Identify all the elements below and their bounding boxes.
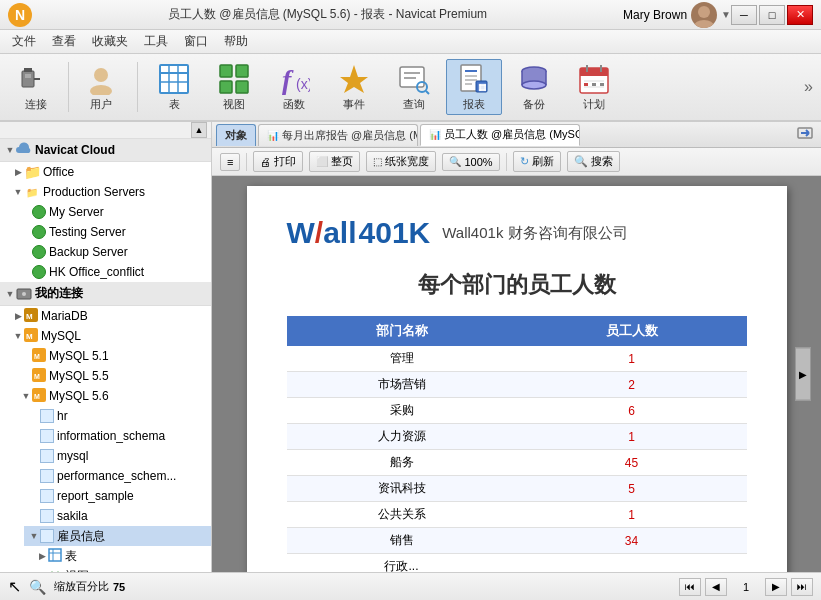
- my-server-status-icon: [32, 205, 46, 219]
- refresh-button[interactable]: ↻ 刷新: [513, 151, 561, 172]
- sidebar-item-report-sample[interactable]: report_sample: [24, 486, 211, 506]
- hr-arrow: [28, 408, 40, 424]
- menu-window[interactable]: 窗口: [176, 31, 216, 52]
- sidebar-item-production-servers[interactable]: ▼ 📁 Production Servers: [8, 182, 211, 202]
- search-button[interactable]: 🔍 搜索: [567, 151, 620, 172]
- cursor-tool-icon[interactable]: ↖: [8, 577, 21, 596]
- nav-last-button[interactable]: ⏭: [791, 578, 813, 596]
- toolbar-backup-button[interactable]: 备份: [506, 59, 562, 115]
- toolbar-connect-button[interactable]: 连接: [8, 59, 64, 115]
- sidebar-item-my-server[interactable]: My Server: [16, 202, 211, 222]
- toolbar-table-button[interactable]: 表: [146, 59, 202, 115]
- maximize-button[interactable]: □: [759, 5, 785, 25]
- mysql55-label: MySQL 5.5: [49, 369, 109, 383]
- nav-next-button[interactable]: ▶: [765, 578, 787, 596]
- menu-tools[interactable]: 工具: [136, 31, 176, 52]
- nav-prev-button[interactable]: ◀: [705, 578, 727, 596]
- mysql51-arrow: [20, 348, 32, 364]
- toolbar-view-button[interactable]: 视图: [206, 59, 262, 115]
- svg-line-25: [426, 91, 429, 94]
- svg-point-1: [694, 20, 714, 28]
- report-menu-button[interactable]: ≡: [220, 153, 240, 171]
- dept-cell: 资讯科技: [287, 476, 517, 502]
- perf-schema-label: performance_schem...: [57, 469, 176, 483]
- full-page-button[interactable]: ⬜ 整页: [309, 151, 360, 172]
- toolbar: 连接 用户 表: [0, 54, 821, 122]
- menu-help[interactable]: 帮助: [216, 31, 256, 52]
- table-row: 销售34: [287, 528, 747, 554]
- count-cell: 1: [517, 502, 747, 528]
- close-button[interactable]: ✕: [787, 5, 813, 25]
- report-content[interactable]: ▶ W / all 401K Wall401k 财务咨询有限公司: [212, 176, 821, 572]
- sidebar-item-testing-server[interactable]: Testing Server: [16, 222, 211, 242]
- sidebar-item-hr[interactable]: hr: [24, 406, 211, 426]
- toolbar-query-button[interactable]: 查询: [386, 59, 442, 115]
- tab-monthly[interactable]: 📊 每月出席报告 @雇员信息 (My...: [258, 124, 418, 146]
- svg-rect-16: [220, 81, 232, 93]
- mysql-label: MySQL: [41, 329, 81, 343]
- schedule-label: 计划: [583, 97, 605, 112]
- sidebar-item-perf-schema[interactable]: performance_schem...: [24, 466, 211, 486]
- sakila-arrow: [28, 508, 40, 524]
- svg-text:(x): (x): [296, 76, 310, 92]
- paper-width-button[interactable]: ⬚ 纸张宽度: [366, 151, 436, 172]
- tab-objects[interactable]: 对象: [216, 124, 256, 146]
- table-row: 船务45: [287, 450, 747, 476]
- zoom-button[interactable]: 🔍 100%: [442, 153, 499, 171]
- svg-text:M: M: [34, 373, 40, 380]
- print-button[interactable]: 🖨 打印: [253, 151, 303, 172]
- user-label: 用户: [90, 97, 112, 112]
- toolbar-schedule-button[interactable]: 计划: [566, 59, 622, 115]
- func-icon: f (x): [278, 63, 310, 95]
- tab-nav-icon[interactable]: [793, 125, 817, 144]
- table-row: 资讯科技5: [287, 476, 747, 502]
- toolbar-report-button[interactable]: ▦ 报表: [446, 59, 502, 115]
- sidebar-item-mysql55[interactable]: M MySQL 5.5: [16, 366, 211, 386]
- report-sample-arrow: [28, 488, 40, 504]
- my-connections-header[interactable]: ▼ 我的连接: [0, 282, 211, 306]
- zoom-tool-icon[interactable]: 🔍: [29, 579, 46, 595]
- views-node-icon: [48, 568, 62, 573]
- sidebar-item-backup-server[interactable]: Backup Server: [16, 242, 211, 262]
- count-cell: 34: [517, 528, 747, 554]
- office-folder-icon: 📁: [24, 164, 40, 180]
- sidebar-item-hk-office[interactable]: HK Office_conflict: [16, 262, 211, 282]
- svg-rect-15: [236, 65, 248, 77]
- toolbar-sep: [68, 62, 69, 112]
- sidebar-item-info-schema[interactable]: information_schema: [24, 426, 211, 446]
- sidebar-item-sakila[interactable]: sakila: [24, 506, 211, 526]
- svg-point-7: [94, 68, 108, 82]
- toolbar-func-button[interactable]: f (x) 函数: [266, 59, 322, 115]
- menu-favorites[interactable]: 收藏夹: [84, 31, 136, 52]
- tab-employee[interactable]: 📊 员工人数 @雇员信息 (MySQL...: [420, 124, 580, 146]
- sidebar-item-mysql51[interactable]: M MySQL 5.1: [16, 346, 211, 366]
- mysql56-icon: M: [32, 388, 46, 405]
- nav-first-button[interactable]: ⏮: [679, 578, 701, 596]
- menu-view[interactable]: 查看: [44, 31, 84, 52]
- sidebar-item-tables-node[interactable]: ▶ 表: [32, 546, 211, 566]
- report-scroll-right[interactable]: ▶: [795, 348, 811, 401]
- sidebar-item-office[interactable]: ▶ 📁 Office: [8, 162, 211, 182]
- navicat-cloud-header[interactable]: ▼ Navicat Cloud: [0, 139, 211, 162]
- mysql-arrow: ▼: [12, 328, 24, 344]
- toolbar-user-button[interactable]: 用户: [73, 59, 129, 115]
- sidebar-item-views-node[interactable]: ▶ 视图: [32, 566, 211, 572]
- sidebar-item-mysql-db[interactable]: mysql: [24, 446, 211, 466]
- cloud-label: Navicat Cloud: [35, 143, 115, 157]
- sidebar-item-mariadb[interactable]: ▶ M MariaDB: [8, 306, 211, 326]
- tables-node-icon: [48, 548, 62, 565]
- tab-objects-label: 对象: [225, 128, 247, 143]
- toolbar-event-button[interactable]: 事件: [326, 59, 382, 115]
- schedule-icon: [578, 63, 610, 95]
- app-logo: N: [8, 3, 32, 27]
- toolbar-more-icon[interactable]: »: [804, 78, 813, 96]
- zoom-pct-label: 100%: [464, 156, 492, 168]
- sidebar-item-mysql[interactable]: ▼ M MySQL: [8, 326, 211, 346]
- dept-cell: 销售: [287, 528, 517, 554]
- sidebar-item-hr-info[interactable]: ▼ 雇员信息: [24, 526, 211, 546]
- sidebar-item-mysql56[interactable]: ▼ M MySQL 5.6: [16, 386, 211, 406]
- minimize-button[interactable]: ─: [731, 5, 757, 25]
- menu-file[interactable]: 文件: [4, 31, 44, 52]
- sidebar-scroll-up[interactable]: ▲: [191, 122, 207, 138]
- mysql-db-label: mysql: [57, 449, 88, 463]
